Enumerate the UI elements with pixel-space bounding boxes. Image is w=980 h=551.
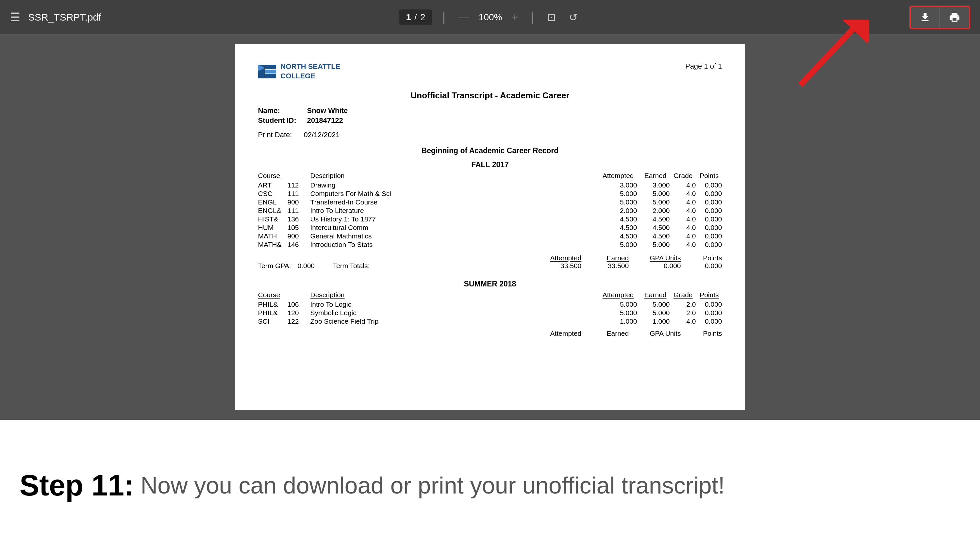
step-text-area: Step 11: Now you can download or print y… [0, 420, 980, 551]
college-name: NORTH SEATTLECOLLEGE [281, 62, 340, 81]
course-desc: Computers For Math & Sci [310, 189, 601, 198]
summer-2018-totals: Attempted Earned GPA Units Points [258, 330, 722, 337]
course-attempted: 5.000 [601, 240, 637, 249]
id-value: 201847122 [307, 116, 343, 125]
course-points: 0.000 [696, 215, 722, 224]
course-code: PHIL& [258, 309, 288, 317]
course-grade: 4.0 [670, 232, 696, 240]
fall-2017-header-row: Course Description Attempted Earned Grad… [258, 172, 722, 181]
fall-2017-totals: Attempted Earned GPA Units Points Term G… [258, 254, 722, 270]
course-num: 146 [288, 240, 310, 249]
action-buttons-group [909, 6, 970, 29]
table-row: PHIL& 120 Symbolic Logic 5.000 5.000 2.0… [258, 309, 722, 317]
toolbar-divider-2: | [531, 10, 534, 24]
student-id-row: Student ID: 201847122 [258, 116, 722, 125]
course-points: 0.000 [696, 206, 722, 215]
zoom-out-button[interactable]: — [455, 10, 472, 24]
course-num: 136 [288, 215, 310, 224]
course-desc: Intro To Logic [310, 300, 601, 309]
table-row: CSC 111 Computers For Math & Sci 5.000 5… [258, 189, 722, 198]
col-header-points: Points [696, 172, 722, 181]
course-attempted: 2.000 [601, 206, 637, 215]
course-num: 105 [288, 224, 310, 232]
course-code: MATH& [258, 240, 288, 249]
table-row: HUM 105 Intercultural Comm 4.500 4.500 4… [258, 224, 722, 232]
s-col-header-attempted: Attempted [601, 291, 637, 300]
course-grade: 4.0 [670, 181, 696, 189]
col-header-grade: Grade [670, 172, 696, 181]
toolbar-divider: | [442, 10, 445, 24]
page-indicator: 1 / 2 [399, 10, 433, 25]
course-earned: 3.000 [637, 181, 670, 189]
page-total: 2 [420, 12, 425, 22]
col-header-attempted: Attempted [601, 172, 637, 181]
course-earned: 4.500 [637, 215, 670, 224]
course-num: 112 [288, 181, 310, 189]
term-gpa-label: Term GPA: [258, 262, 291, 270]
course-grade: 4.0 [670, 189, 696, 198]
pdf-page: NORTH SEATTLECOLLEGE Page 1 of 1 Unoffic… [235, 44, 745, 410]
svg-rect-3 [265, 65, 276, 69]
course-desc: Symbolic Logic [310, 309, 601, 317]
totals-gpa-units-val: 0.000 [632, 262, 684, 270]
summer-2018-totals-header-row: Attempted Earned GPA Units Points [258, 330, 722, 337]
course-earned: 5.000 [637, 240, 670, 249]
course-num: 900 [288, 232, 310, 240]
college-logo-icon [258, 65, 276, 78]
step-number: Step 11: [20, 469, 134, 502]
course-code: PHIL& [258, 300, 288, 309]
course-earned: 5.000 [637, 309, 670, 317]
hamburger-icon[interactable]: ☰ [10, 10, 20, 24]
course-points: 0.000 [696, 198, 722, 206]
print-date-label: Print Date: [258, 131, 298, 139]
course-code: SCI [258, 317, 288, 326]
course-desc: General Mathmatics [310, 232, 601, 240]
course-attempted: 4.500 [601, 215, 637, 224]
zoom-display: 100% [479, 12, 502, 22]
s-totals-points-label: Points [684, 330, 722, 337]
zoom-in-button[interactable]: + [509, 10, 521, 24]
course-points: 0.000 [696, 300, 722, 309]
print-date-value: 02/12/2021 [304, 131, 340, 139]
toolbar-left: ☰ SSR_TSRPT.pdf [10, 10, 101, 24]
course-desc: Intercultural Comm [310, 224, 601, 232]
name-label: Name: [258, 106, 298, 115]
fall-2017-totals-header-row: Attempted Earned GPA Units Points [258, 254, 722, 262]
summer-2018-table: Course Description Attempted Earned Grad… [258, 291, 722, 326]
table-row: ART 112 Drawing 3.000 3.000 4.0 0.000 [258, 181, 722, 189]
totals-earned-label: Earned [585, 254, 632, 262]
toolbar-center: 1 / 2 | — 100% + | ⊡ ↺ [399, 10, 581, 25]
table-row: SCI 122 Zoo Science Field Trip 1.000 1.0… [258, 317, 722, 326]
course-code: MATH [258, 232, 288, 240]
table-row: ENGL 900 Transferred-In Course 5.000 5.0… [258, 198, 722, 206]
course-grade: 4.0 [670, 317, 696, 326]
table-row: ENGL& 111 Intro To Literature 2.000 2.00… [258, 206, 722, 215]
course-attempted: 5.000 [601, 189, 637, 198]
course-earned: 5.000 [637, 198, 670, 206]
course-attempted: 1.000 [601, 317, 637, 326]
course-points: 0.000 [696, 309, 722, 317]
table-row: HIST& 136 Us History 1: To 1877 4.500 4.… [258, 215, 722, 224]
print-button[interactable] [940, 7, 969, 28]
s-totals-attempted-label: Attempted [533, 330, 585, 337]
course-earned: 5.000 [637, 189, 670, 198]
col-header-num [288, 172, 310, 181]
fit-page-button[interactable]: ⊡ [544, 10, 559, 25]
s-col-header-desc: Description [310, 291, 601, 300]
course-earned: 4.500 [637, 224, 670, 232]
print-icon [949, 11, 960, 23]
rotate-button[interactable]: ↺ [566, 10, 581, 25]
term-totals-label: Term Totals: [333, 262, 370, 270]
s-col-header-points: Points [696, 291, 722, 300]
col-header-course: Course [258, 172, 288, 181]
name-value: Snow White [307, 106, 348, 115]
course-code: CSC [258, 189, 288, 198]
s-col-header-num [288, 291, 310, 300]
download-button[interactable] [911, 7, 940, 28]
totals-points-label: Points [684, 254, 722, 262]
toolbar-right [909, 6, 970, 29]
totals-attempted-label: Attempted [533, 254, 585, 262]
course-num: 106 [288, 300, 310, 309]
s-col-header-grade: Grade [670, 291, 696, 300]
red-arrow [784, 20, 869, 91]
